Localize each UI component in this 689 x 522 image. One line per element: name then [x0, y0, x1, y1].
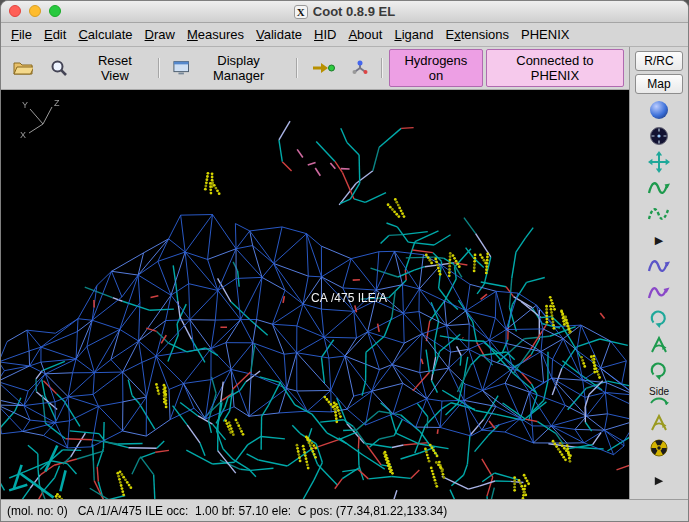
close-button[interactable]	[9, 5, 21, 17]
main-row: Reset View Display Manager Hydrogens on …	[1, 47, 688, 499]
titlebar: X Coot 0.8.9 EL	[1, 1, 688, 23]
menu-hid[interactable]: HID	[308, 24, 342, 45]
status-text: (mol. no: 0) CA /1/A/475 ILE occ: 1.00 b…	[7, 504, 447, 518]
real-space-refine-icon[interactable]	[638, 175, 680, 201]
flip-peptide-icon[interactable]	[638, 357, 680, 383]
rotate-translate-icon[interactable]	[638, 253, 680, 279]
minimize-button[interactable]	[29, 5, 41, 17]
reset-view-button[interactable]: Reset View	[78, 49, 152, 87]
jiggle-fit-icon[interactable]	[638, 435, 680, 461]
sidebar: R/RC Map ▶Side▶	[629, 47, 688, 499]
menu-measures[interactable]: Measures	[181, 24, 250, 45]
sidebar-tools: ▶Side▶	[630, 97, 688, 499]
toolbar: Reset View Display Manager Hydrogens on …	[1, 47, 629, 90]
window-title: X Coot 0.8.9 EL	[294, 4, 395, 19]
x11-icon: X	[294, 5, 308, 19]
reset-view-label: Reset View	[85, 53, 145, 83]
menu-draw[interactable]: Draw	[139, 24, 181, 45]
coot-window: X Coot 0.8.9 EL FileEditCalculateDrawMea…	[0, 0, 689, 522]
traffic-lights	[9, 5, 61, 17]
atom-info-button[interactable]	[345, 55, 375, 81]
display-manager-icon	[173, 60, 189, 76]
menu-phenix[interactable]: PHENIX	[515, 24, 575, 45]
expander-more-icon[interactable]: ▶	[638, 227, 680, 253]
expander-end-icon[interactable]: ▶	[638, 467, 680, 493]
mutate-residue-icon[interactable]	[638, 409, 680, 435]
map-button[interactable]: Map	[635, 74, 683, 94]
refine-regularize-control-button[interactable]: R/RC	[635, 51, 683, 71]
left-column: Reset View Display Manager Hydrogens on …	[1, 47, 629, 499]
auto-fit-rotamer-icon[interactable]	[638, 279, 680, 305]
menu-validate[interactable]: Validate	[250, 24, 308, 45]
side-chain-flip-icon[interactable]: Side	[638, 383, 680, 409]
toolbar-separator	[296, 58, 298, 78]
menu-about[interactable]: About	[342, 24, 388, 45]
move-atoms-icon[interactable]	[638, 149, 680, 175]
menu-extensions[interactable]: Extensions	[439, 24, 515, 45]
atom-info-icon	[352, 59, 368, 77]
zoom-window-button[interactable]	[49, 5, 61, 17]
phenix-connection-button[interactable]: Connected to PHENIX	[486, 49, 624, 87]
magnifier-icon	[50, 59, 68, 77]
status-bar: (mol. no: 0) CA /1/A/475 ILE occ: 1.00 b…	[1, 499, 688, 521]
menu-edit[interactable]: Edit	[38, 24, 72, 45]
menubar: FileEditCalculateDrawMeasuresValidateHID…	[1, 23, 688, 47]
go-to-atom-button[interactable]	[304, 56, 342, 80]
toolbar-separator	[158, 58, 160, 78]
display-manager-label: Display Manager	[194, 53, 283, 83]
rotamers-icon[interactable]	[638, 305, 680, 331]
sphere-icon[interactable]	[638, 97, 680, 123]
clock-face-icon[interactable]	[638, 123, 680, 149]
display-manager-button[interactable]: Display Manager	[166, 49, 290, 87]
edit-chi-angles-icon[interactable]	[638, 331, 680, 357]
hydrogens-toggle-button[interactable]: Hydrogens on	[389, 49, 483, 87]
go-to-atom-icon	[311, 60, 335, 76]
open-coordinates-icon	[13, 60, 33, 76]
menu-file[interactable]: File	[5, 24, 38, 45]
menu-ligand[interactable]: Ligand	[388, 24, 439, 45]
toolbar-separator	[381, 58, 383, 78]
menu-calculate[interactable]: Calculate	[72, 24, 138, 45]
open-coordinates-button[interactable]	[6, 56, 40, 80]
regularize-zone-icon[interactable]	[638, 201, 680, 227]
molecular-viewport[interactable]	[1, 90, 629, 515]
magnifier-button[interactable]	[43, 55, 75, 81]
window-title-text: Coot 0.8.9 EL	[313, 4, 395, 19]
